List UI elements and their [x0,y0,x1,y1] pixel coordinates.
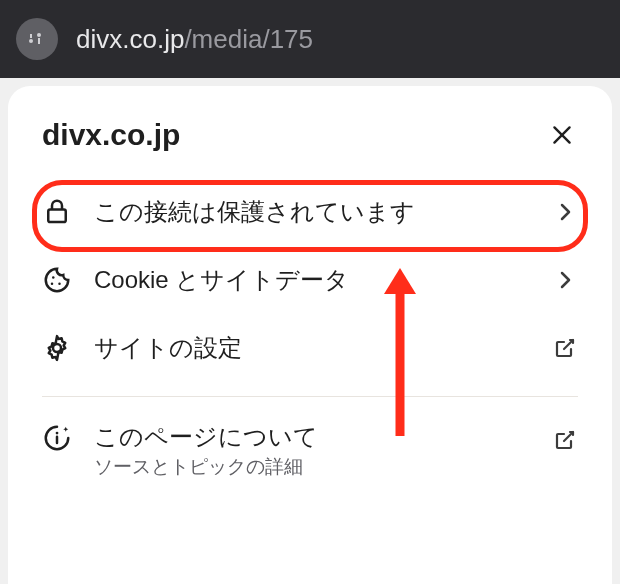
url-host: divx.co.jp [76,24,184,54]
site-settings-label: サイトの設定 [94,332,552,364]
svg-point-10 [53,344,61,352]
external-link-icon [552,335,578,361]
svg-line-14 [564,432,573,441]
cookies-label: Cookie とサイトデータ [94,264,552,296]
divider [42,396,578,397]
gear-icon [42,333,72,363]
site-controls-icon[interactable] [16,18,58,60]
chevron-right-icon [552,199,578,225]
about-subtitle: ソースとトピックの詳細 [94,454,552,480]
svg-point-8 [51,283,54,286]
svg-line-11 [564,340,573,349]
site-settings-row[interactable]: サイトの設定 [8,314,612,382]
chevron-right-icon [552,267,578,293]
browser-address-bar: divx.co.jp/media/175 [0,0,620,78]
panel-title: divx.co.jp [42,118,180,152]
svg-point-2 [37,33,41,37]
svg-rect-6 [48,210,66,223]
cookie-icon [42,265,72,295]
svg-point-9 [58,283,61,286]
svg-point-7 [52,276,55,279]
about-text-block: このページについて ソースとトピックの詳細 [94,421,552,480]
close-button[interactable] [546,119,578,151]
url-display[interactable]: divx.co.jp/media/175 [76,24,313,55]
lock-icon [42,197,72,227]
about-page-row[interactable]: このページについて ソースとトピックの詳細 [8,407,612,480]
external-link-icon [552,427,578,453]
svg-point-13 [56,432,59,435]
svg-point-1 [29,39,33,43]
about-title: このページについて [94,421,552,452]
info-sparkle-icon [42,423,72,453]
close-icon [549,122,575,148]
url-path: /media/175 [184,24,313,54]
connection-row[interactable]: この接続は保護されています [8,178,612,246]
connection-label: この接続は保護されています [94,196,552,228]
panel-header: divx.co.jp [8,118,612,178]
site-info-panel: divx.co.jp この接続は保護されています [8,86,612,584]
cookies-row[interactable]: Cookie とサイトデータ [8,246,612,314]
